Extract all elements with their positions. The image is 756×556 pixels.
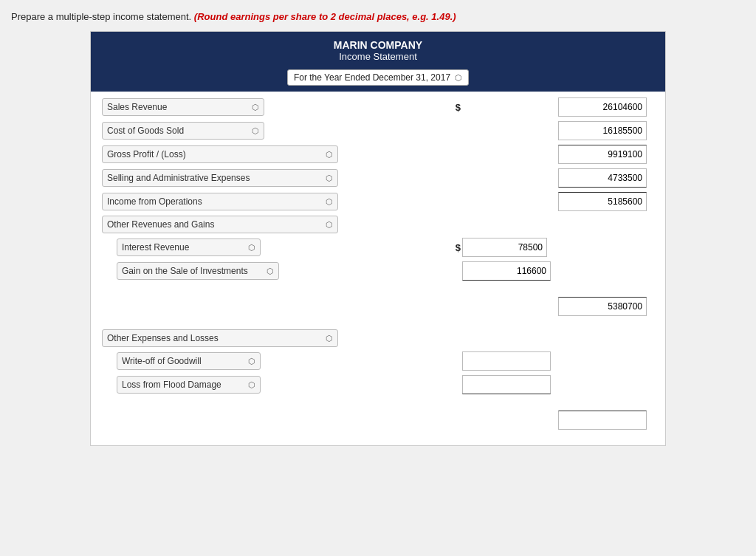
other-exp-row: Other Expenses and Losses ⬡ (102, 329, 654, 347)
date-label: For the Year Ended December 31, 2017 (294, 72, 450, 83)
interest-rev-label: Interest Revenue (122, 242, 189, 253)
sales-revenue-label: Sales Revenue (107, 102, 167, 112)
statement-body: Sales Revenue ⬡ $ Cost of Goods Sold ⬡ (91, 92, 665, 445)
gross-profit-input[interactable] (558, 145, 647, 164)
sales-revenue-right-col (558, 97, 654, 117)
writeoff-label-col: Write-off of Goodwill ⬡ (117, 352, 264, 370)
sales-revenue-dollar: $ (456, 102, 461, 113)
sales-revenue-select[interactable]: Sales Revenue ⬡ (102, 98, 264, 116)
other-rev-label-col: Other Revenues and Gains ⬡ (102, 216, 338, 233)
instruction-text: Prepare a multiple-step income statement… (11, 11, 745, 22)
statement-title: Income Statement (102, 51, 654, 62)
flood-loss-select[interactable]: Loss from Flood Damage ⬡ (117, 376, 261, 394)
writeoff-label: Write-off of Goodwill (122, 356, 202, 366)
income-ops-row: Income from Operations ⬡ (102, 192, 654, 211)
writeoff-select[interactable]: Write-off of Goodwill ⬡ (117, 352, 261, 370)
cogs-right-col (558, 121, 654, 140)
selling-admin-label-col: Selling and Administrative Expenses ⬡ (102, 169, 338, 187)
gross-profit-label-col: Gross Profit / (Loss) ⬡ (102, 145, 338, 163)
spacer-row-1 (102, 285, 654, 292)
income-ops-select[interactable]: Income from Operations ⬡ (102, 193, 338, 210)
interest-rev-mid-col (462, 238, 558, 257)
statement-header: MARIN COMPANY Income Statement (91, 32, 665, 66)
gross-profit-arrow-icon: ⬡ (326, 150, 333, 159)
income-ops-input[interactable] (558, 192, 647, 211)
gain-sale-label-col: Gain on the Sale of Investments ⬡ (117, 262, 264, 280)
other-rev-label: Other Revenues and Gains (107, 219, 214, 230)
interest-rev-select[interactable]: Interest Revenue ⬡ (117, 238, 261, 256)
sales-revenue-label-col: Sales Revenue ⬡ (102, 98, 338, 116)
date-row: For the Year Ended December 31, 2017 ⬡ (91, 66, 665, 92)
sales-revenue-input[interactable] (558, 97, 647, 117)
statement-container: MARIN COMPANY Income Statement For the Y… (90, 31, 666, 446)
cogs-arrow-icon: ⬡ (252, 126, 259, 136)
other-rev-arrow-icon: ⬡ (326, 220, 333, 230)
other-exp-arrow-icon: ⬡ (326, 334, 333, 343)
writeoff-arrow-icon: ⬡ (248, 357, 255, 366)
cogs-row: Cost of Goods Sold ⬡ (102, 121, 654, 140)
gross-profit-right-col (558, 145, 654, 164)
selling-admin-input[interactable] (558, 168, 647, 188)
interest-rev-input[interactable] (462, 238, 547, 257)
spacer-row-2 (102, 320, 654, 325)
selling-admin-label: Selling and Administrative Expenses (107, 173, 250, 183)
sales-revenue-arrow-icon: ⬡ (252, 103, 259, 112)
interest-rev-arrow-icon: ⬡ (248, 243, 255, 253)
instruction-main: Prepare a multiple-step income statement… (11, 11, 191, 22)
net-total-input[interactable] (558, 411, 647, 430)
flood-loss-input[interactable] (462, 375, 551, 394)
writeoff-input[interactable] (462, 351, 551, 371)
date-arrow-icon: ⬡ (455, 73, 462, 83)
gross-profit-row: Gross Profit / (Loss) ⬡ (102, 145, 654, 164)
cogs-label-col: Cost of Goods Sold ⬡ (102, 122, 338, 140)
income-ops-right-col (558, 192, 654, 211)
interest-rev-row: Interest Revenue ⬡ $ (102, 238, 654, 257)
income-ops-arrow-icon: ⬡ (326, 197, 333, 207)
cogs-input[interactable] (558, 121, 647, 140)
gain-sale-arrow-icon: ⬡ (267, 267, 274, 276)
other-exp-select[interactable]: Other Expenses and Losses ⬡ (102, 329, 338, 347)
subtotal-rev-input[interactable] (558, 297, 647, 316)
other-rev-row: Other Revenues and Gains ⬡ (102, 216, 654, 233)
gain-sale-mid-col (462, 261, 558, 281)
flood-loss-label: Loss from Flood Damage (122, 380, 221, 390)
other-rev-select[interactable]: Other Revenues and Gains ⬡ (102, 216, 338, 233)
other-exp-label: Other Expenses and Losses (107, 333, 219, 343)
interest-rev-dollar: $ (456, 242, 461, 253)
spacer-row-3 (102, 399, 654, 406)
writeoff-row: Write-off of Goodwill ⬡ (102, 351, 654, 371)
selling-admin-right-col (558, 168, 654, 188)
cogs-select[interactable]: Cost of Goods Sold ⬡ (102, 122, 264, 140)
selling-admin-row: Selling and Administrative Expenses ⬡ (102, 168, 654, 188)
income-ops-label: Income from Operations (107, 196, 202, 207)
sales-revenue-row: Sales Revenue ⬡ $ (102, 97, 654, 117)
gain-sale-input[interactable] (462, 261, 551, 281)
flood-loss-arrow-icon: ⬡ (248, 380, 255, 390)
company-name: MARIN COMPANY (102, 39, 654, 51)
net-total-row (102, 411, 654, 430)
cogs-label: Cost of Goods Sold (107, 126, 184, 136)
other-exp-label-col: Other Expenses and Losses ⬡ (102, 329, 338, 347)
flood-loss-label-col: Loss from Flood Damage ⬡ (117, 376, 264, 394)
gross-profit-label: Gross Profit / (Loss) (107, 149, 186, 159)
flood-loss-row: Loss from Flood Damage ⬡ (102, 375, 654, 394)
writeoff-mid-col (462, 351, 558, 371)
interest-rev-label-col: Interest Revenue ⬡ (117, 238, 264, 256)
selling-admin-arrow-icon: ⬡ (326, 174, 333, 183)
income-ops-label-col: Income from Operations ⬡ (102, 193, 338, 210)
subtotal-other-rev-row (102, 297, 654, 316)
gain-sale-select[interactable]: Gain on the Sale of Investments ⬡ (117, 262, 279, 280)
flood-loss-mid-col (462, 375, 558, 394)
date-selector[interactable]: For the Year Ended December 31, 2017 ⬡ (287, 69, 469, 86)
subtotal-rev-right-col (558, 297, 654, 316)
gross-profit-select[interactable]: Gross Profit / (Loss) ⬡ (102, 145, 338, 163)
instruction-highlight: (Round earnings per share to 2 decimal p… (194, 11, 456, 22)
net-total-right-col (558, 411, 654, 430)
gain-sale-row: Gain on the Sale of Investments ⬡ (102, 261, 654, 281)
gain-sale-label: Gain on the Sale of Investments (122, 266, 248, 276)
selling-admin-select[interactable]: Selling and Administrative Expenses ⬡ (102, 169, 338, 187)
